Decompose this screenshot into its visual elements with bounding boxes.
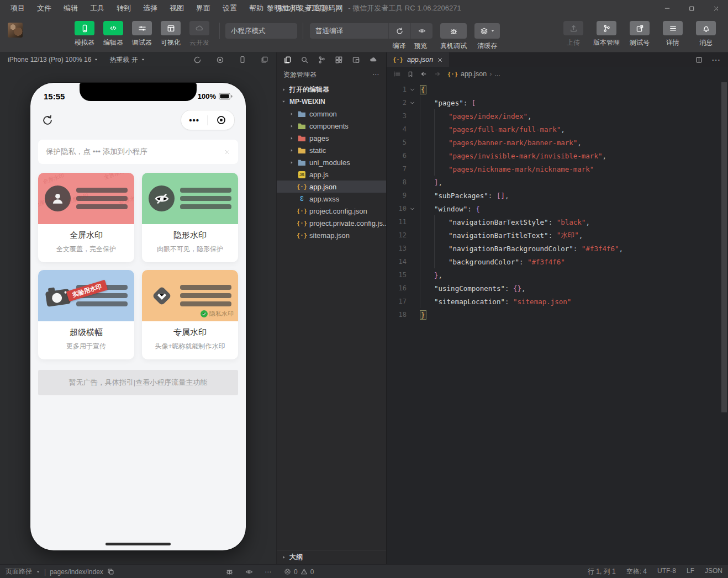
home-indicator [105, 543, 171, 545]
menu-item[interactable]: 编辑 [57, 0, 84, 17]
outline-section[interactable]: 大纲 [277, 550, 386, 564]
toolbar-upload-button[interactable]: 上传 [557, 21, 589, 47]
more-icon[interactable]: ⋯ [265, 568, 271, 576]
outline-list-icon[interactable] [393, 70, 401, 78]
more-button[interactable]: ••• [189, 118, 199, 123]
page-path-dropdown[interactable]: 页面路径 | pages/index/index [0, 567, 114, 576]
tree-item-app-wxss[interactable]: 3app.wxss [277, 193, 386, 205]
fold-chevron-icon[interactable] [407, 100, 418, 106]
exit-target-icon[interactable] [216, 115, 226, 125]
tree-item-sitemap-json[interactable]: {·}sitemap.json [277, 229, 386, 241]
files-icon[interactable] [279, 53, 296, 66]
menu-item[interactable]: 视图 [163, 0, 190, 17]
encoding[interactable]: UTF-8 [657, 567, 676, 576]
tree-section-open-editors[interactable]: 打开的编辑器 [277, 83, 386, 96]
clear-cache-button[interactable]: 清缓存 [474, 21, 500, 51]
search-icon[interactable] [296, 53, 313, 66]
code-line: 11"navigationBarTextStyle": "black", [387, 215, 728, 229]
watermark-card[interactable]: 隐私水印专属水印头像+昵称就能制作水印 [142, 270, 238, 359]
menu-item[interactable]: 界面 [190, 0, 217, 17]
tree-item-common[interactable]: common [277, 108, 386, 120]
toolbar-cloud-button[interactable]: 云开发 [186, 21, 213, 47]
menu-item[interactable]: 设置 [217, 0, 243, 17]
more-icon[interactable]: ⋯ [711, 55, 720, 65]
language-mode[interactable]: JSON [705, 567, 722, 576]
card-body: 全屏水印全文覆盖，完全保护 [38, 224, 134, 262]
eol[interactable]: LF [687, 567, 694, 576]
bell-icon [696, 21, 716, 35]
line-number: 9 [387, 192, 407, 199]
device-debug-button[interactable]: 真机调试 [440, 21, 467, 51]
project-title: 黎明加水印_刀客源码网 [267, 4, 342, 12]
indent-setting[interactable]: 空格: 4 [626, 567, 647, 576]
eye-icon[interactable] [245, 568, 254, 576]
menu-item[interactable]: 选择 [137, 0, 163, 17]
watermark-card[interactable]: 全屏水印全屏水印全屏水印全屏水印全屏水印全屏水印全文覆盖，完全保护 [38, 173, 134, 262]
close-button[interactable] [704, 0, 728, 17]
toolbar-branch-button[interactable]: 版本管理 [590, 21, 623, 47]
arrow-left-icon[interactable] [420, 71, 428, 77]
tab-app-json[interactable]: {·} app.json [387, 52, 449, 67]
menu-item[interactable]: 文件 [31, 0, 57, 17]
record-icon[interactable] [216, 56, 224, 64]
close-icon[interactable] [437, 57, 443, 63]
toolbar-code-button[interactable]: 编辑器 [99, 21, 127, 47]
tree-item-static[interactable]: static [277, 144, 386, 156]
compile-button[interactable] [388, 23, 410, 39]
toolbar-phone-button[interactable]: 模拟器 [71, 21, 98, 47]
maximize-button[interactable] [679, 0, 704, 17]
window-icon[interactable] [347, 53, 365, 66]
code-line: 17"sitemapLocation": "sitemap.json" [387, 295, 728, 308]
avatar[interactable] [8, 23, 23, 38]
menu-item[interactable]: 工具 [84, 0, 110, 17]
menu-item[interactable]: 转到 [110, 0, 137, 17]
toolbar-layout-button[interactable]: 可视化 [157, 21, 184, 47]
bookmark-icon[interactable] [407, 71, 414, 78]
bug-icon[interactable] [225, 568, 234, 576]
toolbar-menu-button[interactable]: 详情 [657, 21, 689, 47]
tree-item-components[interactable]: components [277, 120, 386, 132]
split-editor-icon[interactable] [695, 56, 703, 63]
compile-mode-dropdown[interactable]: 普通编译 [310, 23, 388, 39]
tree-item-app-js[interactable]: JSapp.js [277, 168, 386, 181]
branch-icon [597, 21, 616, 35]
watermark-card[interactable]: 隐形水印肉眼不可见，隐形保护 [142, 173, 238, 262]
windows-icon[interactable] [261, 56, 268, 64]
tree-item-project-private-config-js-[interactable]: {·}project.private.config.js... [277, 217, 386, 229]
scrollbar[interactable] [721, 82, 727, 412]
arrow-right-icon[interactable] [434, 71, 441, 77]
close-icon[interactable] [224, 149, 230, 155]
tree-item-app-json[interactable]: {·}app.json [277, 181, 386, 193]
fold-chevron-icon[interactable] [407, 87, 418, 93]
breadcrumb[interactable]: {·} app.json › ... [447, 70, 500, 78]
circle-icon[interactable] [193, 56, 202, 64]
toolbar-sliders-button[interactable]: 调试器 [128, 21, 156, 47]
watermark-card[interactable]: 实验用水印超级横幅更多用于宣传 [38, 270, 134, 359]
mode-dropdown[interactable]: 小程序模式 [225, 23, 297, 39]
branch-icon[interactable] [313, 53, 330, 66]
window-title: 黎明加水印_刀客源码网 - 微信开发者工具 RC 1.06.2206271 [267, 3, 461, 13]
extensions-icon[interactable] [330, 53, 347, 66]
more-icon[interactable]: ⋯ [372, 71, 379, 78]
cloud-filled-icon[interactable] [365, 53, 382, 66]
fold-chevron-icon[interactable] [407, 206, 418, 212]
tree-item-pages[interactable]: pages [277, 132, 386, 144]
minimize-button[interactable] [655, 0, 679, 17]
tree-item-uni-modules[interactable]: uni_modules [277, 156, 386, 168]
device-icon[interactable] [239, 56, 246, 64]
toolbar-external-button[interactable]: 测试号 [624, 21, 656, 47]
hot-reload-dropdown[interactable]: 热重载 开 [109, 55, 145, 65]
toolbar-bell-button[interactable]: 消息 [690, 21, 722, 47]
menu-item[interactable]: 项目 [4, 0, 31, 17]
device-dropdown[interactable]: iPhone 12/13 (Pro) 100% 16 [8, 56, 98, 63]
indent-guide [434, 149, 449, 162]
menu-item[interactable]: 帮助 [243, 0, 270, 17]
cursor-position[interactable]: 行 1, 列 1 [588, 567, 616, 576]
problems-indicator[interactable]: 0 0 [284, 568, 314, 576]
code-editor[interactable]: 1{2"pages": [3"pages/index/index",4"page… [387, 81, 728, 564]
reload-icon[interactable] [41, 114, 54, 126]
preview-button[interactable] [410, 23, 432, 39]
tree-item-project-config-json[interactable]: {·}project.config.json [277, 205, 386, 217]
copy-icon[interactable] [107, 568, 114, 575]
tree-section-root[interactable]: MP-WEIXIN [277, 96, 386, 108]
